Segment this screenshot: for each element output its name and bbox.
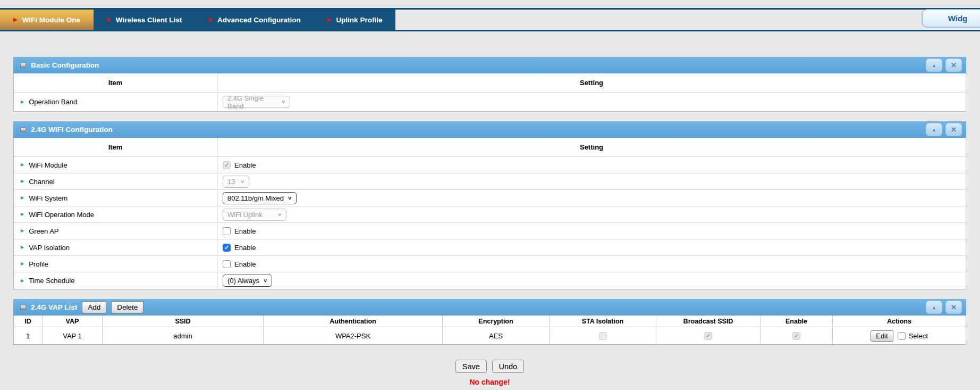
time-schedule-select[interactable]: (0) Always ∨ [223,275,272,287]
item-arrow-icon: ▶ [21,196,24,200]
delete-vap-button[interactable]: Delete [111,301,143,313]
tab-arrow-icon: ▶ [327,17,332,22]
checkbox-label: Enable [234,244,256,252]
collapse-section-button[interactable]: ▲ [926,59,942,72]
table-header-row: Item Setting [14,73,966,93]
operation-band-select: 2.4G Single Band ∨ [223,96,290,108]
tab-wireless-client-list[interactable]: ▶ Wireless Client List [94,10,195,30]
vap-table-row: 1 VAP 1 admin WPA2-PSK AES ✓ ✓ ✓ [14,327,966,344]
tab-bar: ▶ WiFi Module One ▶ Wireless Client List… [0,10,395,30]
wifi-system-select[interactable]: 802.11b/g/n Mixed ∨ [223,192,297,204]
item-label: Profile [29,260,48,268]
column-header-authentication: Authentication [264,316,443,327]
wifi-module-enable-checkbox: ✓ [223,161,231,169]
basic-configuration-section: Basic Configuration ▲ ✕ Item Setting ▶ O… [13,57,966,112]
check-icon: ✓ [224,245,229,251]
vap-isolation-enable-checkbox[interactable]: ✓ [223,244,231,252]
profile-row: ▶ Profile ✓ Enable [14,256,966,272]
chevron-down-icon: ∨ [288,196,292,201]
top-margin [0,0,980,8]
profile-enable-checkbox[interactable]: ✓ [223,260,231,268]
item-label: WiFi Operation Mode [29,211,94,219]
item-label: VAP Isolation [29,244,70,252]
column-header-ssid: SSID [103,316,264,327]
close-section-button[interactable]: ✕ [945,301,962,314]
item-arrow-icon: ▶ [21,163,24,167]
section-title: Basic Configuration [31,61,99,69]
select-value: WiFi Uplink [227,211,263,219]
collapse-section-button[interactable]: ▲ [926,123,942,136]
channel-select: 13 ∨ [223,176,249,188]
widget-button[interactable]: Widg [922,9,980,28]
tab-arrow-icon: ▶ [208,17,213,22]
tab-wifi-module-one[interactable]: ▶ WiFi Module One [0,10,94,30]
basic-configuration-header: Basic Configuration ▲ ✕ [13,57,966,73]
close-section-button[interactable]: ✕ [945,59,962,72]
wifi-configuration-table: Item Setting ▶ WiFi Module ✓ Enable ▶ [13,138,966,289]
column-header-sta-isolation: STA Isolation [550,316,656,327]
item-label: Operation Band [29,98,77,106]
add-vap-button[interactable]: Add [82,301,106,313]
green-ap-row: ▶ Green AP ✓ Enable [14,223,966,239]
wifi-operation-mode-row: ▶ WiFi Operation Mode WiFi Uplink ∨ [14,206,966,223]
select-vap-checkbox[interactable]: ✓ [898,332,906,340]
checkbox-label: Enable [234,161,256,169]
tab-bottom-divider-line [0,30,980,31]
vap-encryption-cell: AES [443,327,550,344]
check-icon: ✓ [794,333,799,339]
item-column-header: Item [14,138,217,156]
item-arrow-icon: ▶ [21,245,24,250]
undo-button[interactable]: Undo [492,360,525,373]
column-header-vap: VAP [43,316,103,327]
vap-table-header-row: ID VAP SSID Authentication Encryption ST… [14,316,966,327]
setting-column-header: Setting [217,138,966,156]
tab-advanced-configuration[interactable]: ▶ Advanced Configuration [195,10,314,30]
item-arrow-icon: ▶ [21,100,24,104]
section-title: 2.4G VAP List [31,303,77,311]
tab-label: Wireless Client List [116,16,182,24]
vap-ssid-cell: admin [103,327,264,344]
green-ap-enable-checkbox[interactable]: ✓ [223,227,231,235]
vap-list-header: 2.4G VAP List Add Delete ▲ ✕ [13,299,966,316]
main-content: Basic Configuration ▲ ✕ Item Setting ▶ O… [13,57,966,386]
chevron-down-icon: ∨ [277,212,282,217]
select-value: 802.11b/g/n Mixed [227,194,284,202]
wifi-configuration-header: 2.4G WIFI Configuration ▲ ✕ [13,121,966,138]
wifi-system-row: ▶ WiFi System 802.11b/g/n Mixed ∨ [14,190,966,206]
column-header-broadcast-ssid: Broadcast SSID [656,316,761,327]
tab-arrow-icon: ▶ [107,17,111,22]
section-title: 2.4G WIFI Configuration [31,126,113,134]
item-arrow-icon: ▶ [21,279,24,283]
section-marker-icon [20,63,26,68]
vap-id-cell: 1 [14,327,43,344]
table-header-row: Item Setting [14,138,966,157]
vap-authentication-cell: WPA2-PSK [264,327,443,344]
close-section-button[interactable]: ✕ [945,123,962,136]
select-value: 13 [227,178,235,186]
item-label: Channel [29,178,54,186]
section-marker-icon [20,127,26,132]
sta-isolation-checkbox: ✓ [599,332,607,340]
broadcast-ssid-checkbox: ✓ [704,332,712,340]
operation-band-row: ▶ Operation Band 2.4G Single Band ∨ [14,93,966,111]
select-label: Select [909,332,928,340]
vap-list-table: ID VAP SSID Authentication Encryption ST… [13,316,966,345]
check-icon: ✓ [224,162,229,168]
item-label: Green AP [29,227,58,235]
collapse-up-icon: ▲ [932,305,936,310]
section-marker-icon [20,305,26,310]
tab-label: Advanced Configuration [217,16,301,24]
close-icon: ✕ [951,126,957,134]
save-button[interactable]: Save [455,360,487,373]
channel-row: ▶ Channel 13 ∨ [14,173,966,190]
collapse-section-button[interactable]: ▲ [926,301,942,314]
close-icon: ✕ [951,61,957,69]
chevron-down-icon: ∨ [281,99,286,104]
column-header-enable: Enable [761,316,833,327]
check-icon: ✓ [706,333,711,339]
select-value: 2.4G Single Band [227,94,277,110]
column-header-actions: Actions [833,316,966,327]
tab-uplink-profile[interactable]: ▶ Uplink Profile [314,10,396,30]
footer-actions: Save Undo No change! [13,360,966,386]
edit-vap-button[interactable]: Edit [871,330,893,342]
